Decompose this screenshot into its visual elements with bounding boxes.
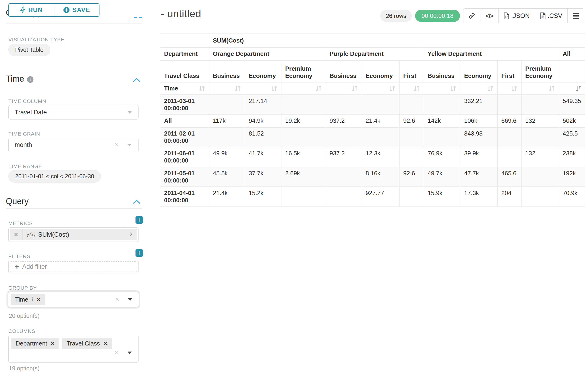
travel-class-header: Premium Economy bbox=[522, 60, 559, 82]
column-sort-header[interactable] bbox=[498, 82, 522, 95]
value-cell: 502k bbox=[559, 115, 585, 128]
travel-class-axis-label: Travel Class bbox=[160, 60, 209, 82]
column-sort-header[interactable] bbox=[282, 82, 326, 95]
row-header-cell: 2011-02-01 00:00:00 bbox=[160, 128, 209, 147]
travel-class-header: Economy bbox=[245, 60, 282, 82]
column-sort-header[interactable] bbox=[209, 82, 245, 95]
chip-label: Time bbox=[15, 296, 28, 303]
divider bbox=[6, 86, 142, 86]
value-cell: 37.7k bbox=[245, 167, 282, 187]
value-cell: 132 bbox=[522, 115, 559, 128]
travel-class-header: Economy bbox=[460, 60, 498, 82]
group-by-chip-time[interactable]: Time i ✕ bbox=[11, 294, 45, 305]
group-by-select[interactable]: Time i ✕ × bbox=[8, 292, 139, 307]
column-sort-header[interactable] bbox=[460, 82, 498, 95]
column-sort-header[interactable] bbox=[326, 82, 362, 95]
export-csv-button[interactable]: .CSV bbox=[535, 9, 567, 23]
group-by-label: GROUP BY bbox=[8, 285, 37, 291]
csv-file-icon bbox=[540, 12, 546, 19]
value-cell: 70.9k bbox=[559, 187, 585, 207]
columns-chip-travel-class[interactable]: Travel Class ✕ bbox=[62, 338, 112, 349]
row-header-cell: 2011-05-01 00:00:00 bbox=[160, 167, 209, 187]
value-cell: 49.7k bbox=[424, 167, 460, 187]
sort-icon bbox=[271, 85, 277, 92]
row-header-cell: 2011-06-01 00:00:00 bbox=[160, 147, 209, 167]
remove-chip-icon[interactable]: ✕ bbox=[36, 297, 41, 303]
remove-chip-icon[interactable]: ✕ bbox=[51, 340, 55, 347]
time-range-value[interactable]: 2011-01-01 ≤ col < 2011-06-30 bbox=[8, 170, 101, 182]
value-cell bbox=[399, 128, 424, 147]
travel-class-header: Premium Economy bbox=[282, 60, 326, 82]
hamburger-icon bbox=[573, 13, 579, 19]
value-cell: 47.7k bbox=[460, 167, 498, 187]
columns-select[interactable]: Department ✕ Travel Class ✕ × bbox=[8, 335, 138, 363]
time-column-select[interactable]: Travel Date bbox=[8, 105, 138, 119]
value-cell: 45.5k bbox=[209, 167, 245, 187]
column-sort-header[interactable] bbox=[424, 82, 460, 95]
clear-icon[interactable]: × bbox=[115, 141, 119, 149]
clear-icon[interactable]: × bbox=[115, 295, 119, 303]
travel-class-header: Business bbox=[209, 60, 245, 82]
value-cell bbox=[362, 95, 399, 115]
row-header-cell: 2011-03-01 00:00:00 bbox=[160, 95, 209, 115]
time-grain-select[interactable]: month × bbox=[8, 138, 138, 152]
column-sort-header[interactable] bbox=[245, 82, 282, 95]
code-icon: </> bbox=[485, 12, 493, 19]
metric-pill[interactable]: ƒ(x) SUM(Cost) bbox=[22, 229, 125, 240]
query-section-collapse-chevron[interactable] bbox=[133, 200, 140, 204]
chevron-fragment bbox=[134, 17, 137, 18]
time-section-title: Time bbox=[6, 74, 24, 84]
column-sort-header[interactable] bbox=[522, 82, 559, 95]
remove-chip-icon[interactable]: ✕ bbox=[103, 340, 108, 347]
query-timer-badge: 00:00:00.18 bbox=[415, 10, 460, 22]
chevron-fragment bbox=[139, 17, 142, 18]
export-json-button[interactable]: .JSON bbox=[499, 9, 535, 23]
fx-icon: ƒ(x) bbox=[27, 232, 35, 238]
share-link-button[interactable] bbox=[463, 9, 480, 23]
add-metric-button[interactable]: + bbox=[136, 216, 143, 224]
value-cell: 19.2k bbox=[282, 115, 326, 128]
column-sort-header[interactable] bbox=[559, 82, 585, 95]
value-cell bbox=[362, 128, 399, 147]
query-section-title: Query bbox=[6, 196, 29, 206]
filters-label: FILTERS bbox=[8, 254, 30, 259]
chart-type-collapse-chevron[interactable] bbox=[134, 17, 142, 18]
remove-metric-button[interactable]: × bbox=[10, 229, 22, 240]
run-save-button-group: RUN SAVE bbox=[8, 3, 99, 17]
more-options-button[interactable] bbox=[567, 9, 584, 23]
clear-icon[interactable]: × bbox=[115, 348, 119, 356]
time-grain-value: month bbox=[15, 141, 32, 149]
value-cell: 76.9k bbox=[424, 147, 460, 167]
sort-icon bbox=[234, 85, 241, 92]
view-query-button[interactable]: </> bbox=[480, 9, 499, 23]
time-section-header: Timei bbox=[6, 74, 33, 84]
info-icon[interactable]: i bbox=[27, 76, 33, 83]
json-file-icon bbox=[504, 12, 509, 19]
chart-title[interactable]: - untitled bbox=[161, 8, 201, 20]
value-cell: 465.6 bbox=[498, 167, 522, 187]
add-filter-dropzone[interactable]: + Add filter bbox=[8, 260, 138, 273]
value-cell: 425.5 bbox=[559, 128, 585, 147]
value-cell: 238k bbox=[559, 147, 585, 167]
time-section-collapse-chevron[interactable] bbox=[133, 78, 140, 82]
expand-metric-button[interactable]: › bbox=[125, 229, 137, 240]
column-sort-header[interactable] bbox=[362, 82, 399, 95]
columns-chip-department[interactable]: Department ✕ bbox=[11, 338, 59, 349]
info-icon[interactable]: i bbox=[32, 297, 33, 302]
visualization-type-value[interactable]: Pivot Table bbox=[8, 44, 50, 56]
time-row-axis-sort-header[interactable]: Time bbox=[160, 82, 209, 95]
value-cell: 142k bbox=[424, 115, 460, 128]
add-filter-plus-button[interactable]: + bbox=[136, 249, 143, 257]
run-label: RUN bbox=[28, 7, 43, 14]
value-cell: 204 bbox=[498, 187, 522, 207]
plus-icon: + bbox=[15, 263, 19, 271]
metric-header-cell: SUM(Cost) bbox=[209, 34, 585, 47]
travel-class-header: First bbox=[399, 60, 424, 82]
time-column-label: TIME COLUMN bbox=[8, 98, 46, 104]
column-sort-header[interactable] bbox=[399, 82, 424, 95]
run-button[interactable]: RUN bbox=[9, 4, 54, 16]
save-button[interactable]: SAVE bbox=[54, 4, 99, 16]
columns-options-hint: 19 option(s) bbox=[9, 365, 40, 372]
department-axis-label: Department bbox=[160, 47, 209, 60]
value-cell: 132 bbox=[522, 147, 559, 167]
